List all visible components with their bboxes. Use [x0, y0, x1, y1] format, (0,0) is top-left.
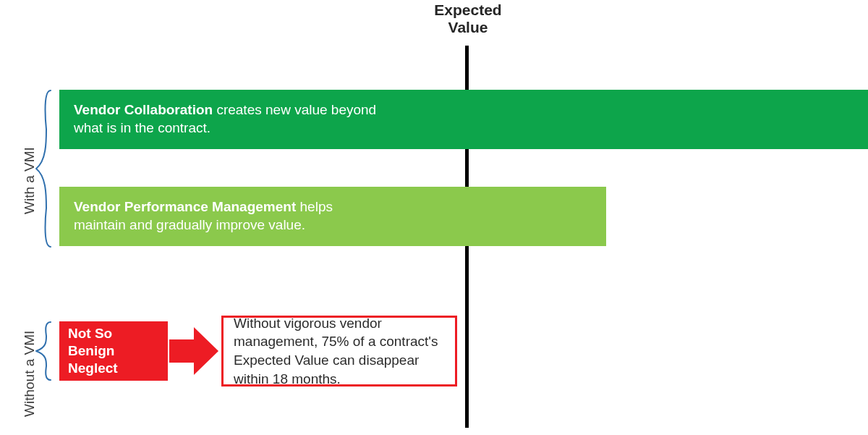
- bar-vendor-collaboration-text: Vendor Collaboration creates new value b…: [59, 101, 392, 137]
- neglect-callout: Without vigorous vendor management, 75% …: [221, 316, 457, 387]
- axis-label-line2: Value: [448, 19, 488, 35]
- axis-label-line1: Expected: [434, 1, 501, 18]
- bar-vendor-collaboration-title: Vendor Collaboration: [74, 102, 216, 117]
- bar-vendor-collaboration: Vendor Collaboration creates new value b…: [59, 90, 868, 149]
- neglect-callout-text: Without vigorous vendor management, 75% …: [234, 314, 445, 389]
- arrow-shaft: [169, 339, 195, 363]
- axis-label-expected-value: Expected Value: [417, 1, 519, 36]
- arrow-right-icon: [169, 327, 220, 375]
- bar-vendor-performance: Vendor Performance Management helps main…: [59, 187, 606, 246]
- diagram-stage: Expected Value With a VMI Without a VMI …: [0, 0, 868, 435]
- neglect-title: Not So Benign Neglect: [68, 325, 159, 376]
- brace-without-vmi: [35, 321, 52, 384]
- bar-not-so-benign-neglect: Not So Benign Neglect: [59, 321, 168, 381]
- arrow-head: [194, 327, 218, 375]
- bar-vendor-performance-text: Vendor Performance Management helps main…: [59, 198, 392, 234]
- brace-with-vmi: [35, 90, 52, 250]
- bar-vendor-performance-title: Vendor Performance Management: [74, 199, 300, 214]
